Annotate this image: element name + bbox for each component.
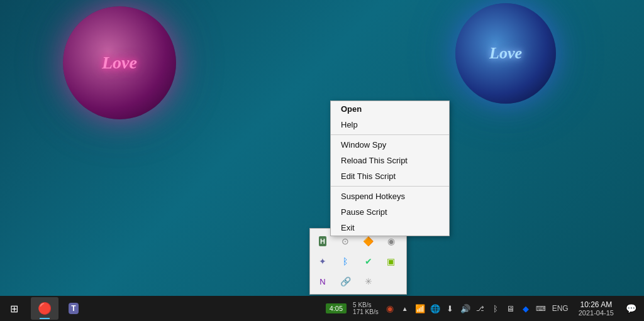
tray-popup-icon-teams[interactable]: ✦ — [314, 253, 331, 270]
tray-icon-bluetooth-sys[interactable]: ᛒ — [489, 297, 502, 320]
tray-icon-wifi[interactable]: 📶 — [414, 297, 426, 320]
taskbar-apps: 🔴 T — [28, 297, 321, 320]
desktop: Open Help Window Spy Reload This Script … — [0, 0, 644, 321]
tray-icon-network[interactable]: 🌐 — [429, 297, 441, 320]
context-menu: Open Help Window Spy Reload This Script … — [330, 101, 450, 236]
notification-icon[interactable]: 💬 — [621, 297, 640, 320]
taskbar-app-teams[interactable]: T — [60, 297, 87, 320]
network-up: 5 KB/s — [353, 302, 379, 308]
tray-popup-icon-onenote[interactable]: N — [314, 273, 331, 290]
menu-item-pause[interactable]: Pause Script — [331, 204, 449, 220]
tray-popup-icon-star[interactable]: ✳ — [360, 273, 377, 290]
menu-item-open[interactable]: Open — [331, 101, 449, 117]
clock-date: 2021-04-15 — [579, 309, 614, 317]
menu-item-suspend[interactable]: Suspend Hotkeys — [331, 188, 449, 204]
tray-icon-circle[interactable]: ◉ — [384, 297, 396, 320]
tray-icon-speaker[interactable]: 🔊 — [459, 297, 472, 320]
network-down: 171 KB/s — [353, 308, 379, 315]
tray-icon-monitor[interactable]: 🖥 — [504, 297, 517, 320]
menu-divider-2 — [331, 186, 449, 187]
bulb-right — [455, 3, 556, 104]
taskbar-app-red[interactable]: 🔴 — [31, 297, 58, 320]
menu-item-reload[interactable]: Reload This Script — [331, 153, 449, 168]
menu-divider-1 — [331, 134, 449, 135]
clock-time: 10:26 AM — [580, 300, 613, 309]
network-info: 5 KB/s 171 KB/s — [350, 302, 381, 315]
tray-icon-usb[interactable]: ⎇ — [474, 297, 487, 320]
tray-popup-icon-gpu[interactable]: ▣ — [382, 253, 400, 270]
menu-item-exit[interactable]: Exit — [331, 220, 449, 236]
tray-popup-icon-ahk[interactable]: H — [314, 232, 331, 250]
clock[interactable]: 10:26 AM 2021-04-15 — [574, 300, 619, 317]
tray-popup-icon-bluetooth[interactable]: ᛒ — [336, 253, 354, 270]
tray-popup-icon-empty — [382, 273, 400, 290]
tray-icon-dropbox[interactable]: ◆ — [519, 297, 532, 320]
tray-popup-icon-check[interactable]: ✔ — [360, 253, 377, 270]
tray-popup: H ⊙ 🔶 ◉ ✦ ᛒ ✔ ▣ N — [309, 228, 407, 295]
taskbar: ⊞ 🔴 T 4:05 5 KB/s 171 KB/s ◉ — [0, 296, 644, 321]
menu-item-window-spy[interactable]: Window Spy — [331, 137, 449, 153]
tray-popup-grid: H ⊙ 🔶 ◉ ✦ ᛒ ✔ ▣ N — [314, 232, 402, 290]
menu-item-help[interactable]: Help — [331, 117, 449, 133]
timer-badge[interactable]: 4:05 — [326, 303, 347, 313]
tray-icon-chevron[interactable]: ▲ — [399, 297, 411, 320]
menu-item-edit[interactable]: Edit This Script — [331, 168, 449, 184]
bulb-left — [63, 6, 176, 119]
tray-popup-icon-link[interactable]: 🔗 — [336, 273, 354, 290]
language-label[interactable]: ENG — [550, 304, 571, 313]
tray-icon-keyboard[interactable]: ⌨ — [535, 297, 547, 320]
taskbar-right: 4:05 5 KB/s 171 KB/s ◉ ▲ 📶 🌐 ⬇ 🔊 — [321, 297, 644, 320]
start-button[interactable]: ⊞ — [0, 296, 28, 321]
tray-icon-download[interactable]: ⬇ — [444, 297, 457, 320]
